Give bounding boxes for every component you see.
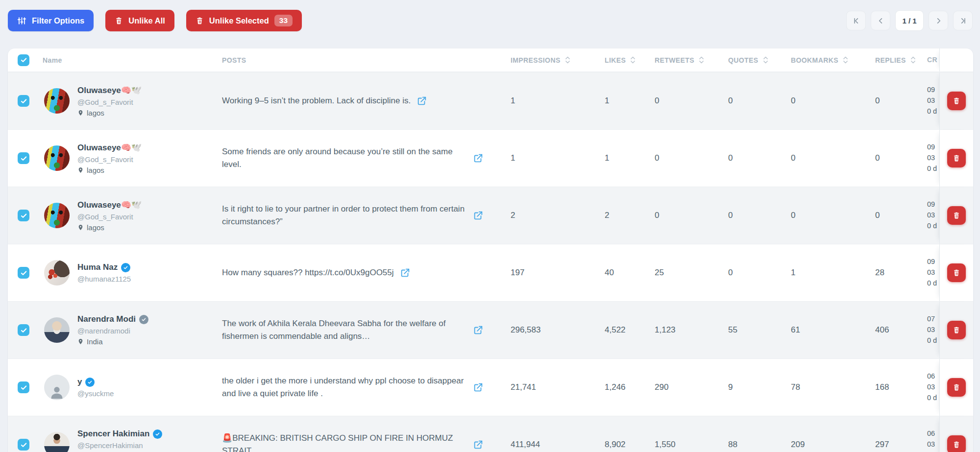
post-text: the older i get the more i understand wh…	[222, 375, 467, 401]
unlike-row-button[interactable]	[947, 321, 966, 339]
user-name: Narendra Modi	[77, 314, 136, 324]
external-link-icon[interactable]	[473, 153, 484, 164]
unlike-row-button[interactable]	[947, 92, 966, 110]
external-link-glyph	[473, 382, 484, 393]
quotes-value: 55	[720, 325, 783, 335]
column-header-impressions[interactable]: IMPRESSIONS	[503, 56, 597, 64]
location-pin-icon	[77, 338, 84, 345]
likes-value: 4,522	[597, 325, 647, 335]
toolbar-buttons: Filter Options Unlike All Unlike Selecte…	[8, 10, 302, 31]
retweets-value: 290	[647, 382, 720, 392]
impressions-value: 1	[503, 153, 597, 163]
unlike-row-button[interactable]	[947, 206, 966, 225]
unlike-row-button[interactable]	[947, 149, 966, 167]
row-checkbox[interactable]	[18, 210, 29, 221]
unlike-row-button[interactable]	[947, 378, 966, 397]
row-checkbox[interactable]	[18, 95, 29, 107]
external-link-icon[interactable]	[473, 325, 484, 335]
filter-options-button[interactable]: Filter Options	[8, 10, 94, 31]
user-location: lagos	[77, 223, 142, 232]
avatar	[44, 317, 70, 343]
retweets-value: 0	[647, 211, 720, 220]
bookmarks-value: 0	[783, 96, 867, 106]
bookmarks-value: 0	[783, 153, 867, 163]
user-cell: Huma Naz @humanaz1125	[36, 260, 215, 285]
unlike-row-button[interactable]	[947, 435, 966, 452]
sort-icon	[843, 56, 848, 64]
avatar	[44, 375, 70, 400]
bookmarks-value: 209	[783, 440, 867, 450]
column-header-quotes[interactable]: QUOTES	[720, 56, 783, 64]
unlike-selected-button[interactable]: Unlike Selected 33	[186, 10, 302, 31]
trash-icon	[953, 269, 960, 277]
column-header-retweets[interactable]: RETWEETS	[647, 56, 720, 64]
row-checkbox[interactable]	[18, 152, 29, 164]
quotes-value: 9	[720, 382, 783, 392]
last-page-button[interactable]	[953, 11, 973, 30]
liked-posts-table: Name POSTS IMPRESSIONS LIKES RETWEETS QU…	[8, 48, 973, 452]
impressions-value: 1	[503, 96, 597, 106]
created-at-value: 07030 d	[921, 314, 939, 346]
user-name: Oluwaseye🧠🕊️	[77, 143, 142, 153]
impressions-value: 197	[503, 268, 597, 278]
user-cell: Oluwaseye🧠🕊️ @God_s_Favorit lagos	[36, 85, 215, 117]
external-link-icon[interactable]	[400, 267, 411, 278]
avatar	[44, 88, 70, 114]
row-checkbox[interactable]	[18, 267, 29, 279]
post-text: How many squares?? https://t.co/0Ux9gOO5…	[222, 266, 394, 279]
external-link-icon[interactable]	[473, 382, 484, 393]
impressions-value: 411,944	[503, 440, 597, 450]
retweets-value: 0	[647, 153, 720, 163]
checkbox-cell	[8, 95, 36, 107]
row-checkbox[interactable]	[18, 324, 29, 336]
first-page-button[interactable]	[846, 11, 866, 30]
replies-value: 0	[867, 96, 921, 106]
column-header-likes[interactable]: LIKES	[597, 56, 647, 64]
post-text: 🚨BREAKING: BRITISH CARGO SHIP ON FIRE IN…	[222, 432, 467, 452]
post-cell: Some friends are only around because you…	[215, 145, 503, 171]
column-header-posts: POSTS	[215, 56, 503, 64]
unlike-all-button[interactable]: Unlike All	[105, 10, 174, 31]
retweets-value: 0	[647, 96, 720, 106]
next-page-button[interactable]	[929, 11, 948, 30]
post-cell: Is it right to lie to your partner in or…	[215, 203, 503, 229]
row-checkbox[interactable]	[18, 439, 29, 451]
column-header-name: Name	[36, 56, 215, 64]
user-meta: y @ysuckme	[77, 377, 114, 398]
column-header-created[interactable]: CR	[921, 55, 939, 66]
check-icon	[20, 269, 27, 277]
user-cell: Narendra Modi @narendramodi India	[36, 314, 215, 346]
likes-value: 8,902	[597, 440, 647, 450]
replies-value: 0	[867, 211, 921, 220]
external-link-glyph	[473, 153, 484, 164]
check-icon	[20, 56, 27, 64]
table-row: Oluwaseye🧠🕊️ @God_s_Favorit lagos Is it …	[8, 187, 973, 244]
unlike-row-button[interactable]	[947, 263, 966, 282]
check-icon	[20, 155, 27, 162]
checkbox-cell	[8, 439, 36, 451]
retweets-value: 1,550	[647, 440, 720, 450]
table-row: Spencer Hakimian @SpencerHakimian New Yo…	[8, 416, 973, 452]
column-header-bookmarks[interactable]: BOOKMARKS	[783, 56, 867, 64]
user-location: lagos	[77, 166, 142, 174]
table-row: y @ysuckme the older i get the more i un…	[8, 358, 973, 416]
filter-options-label: Filter Options	[32, 16, 84, 25]
actions-cell	[939, 359, 973, 416]
select-all-checkbox[interactable]	[18, 54, 29, 66]
external-link-icon[interactable]	[473, 439, 484, 450]
trash-icon	[953, 383, 960, 391]
bookmarks-value: 61	[783, 325, 867, 335]
post-text: Is it right to lie to your partner in or…	[222, 203, 467, 229]
filter-sliders-icon	[17, 16, 26, 25]
created-at-value: 09030 d	[921, 85, 939, 117]
column-header-replies[interactable]: REPLIES	[867, 56, 921, 64]
retweets-value: 25	[647, 268, 720, 278]
actions-cell	[939, 416, 973, 452]
external-link-icon[interactable]	[473, 210, 484, 221]
row-checkbox[interactable]	[18, 381, 29, 393]
trash-icon	[953, 441, 960, 449]
external-link-icon[interactable]	[416, 95, 427, 106]
trash-icon	[953, 212, 960, 219]
previous-page-button[interactable]	[871, 11, 890, 30]
likes-value: 2	[597, 211, 647, 220]
